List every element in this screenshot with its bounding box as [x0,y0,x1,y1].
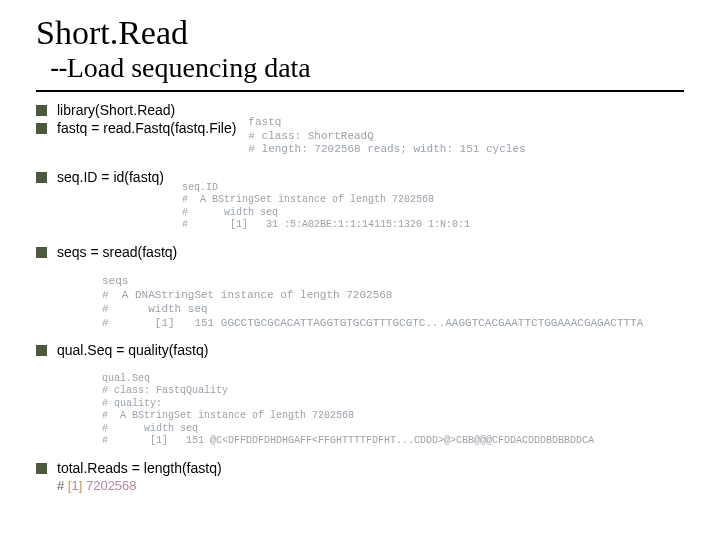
bullet-item-seqs: seqs = sread(fastq) [36,244,684,260]
square-bullet-icon [36,463,47,474]
code-text: seqs = sread(fastq) [57,244,177,260]
subtitle-dashes: -- [50,52,67,83]
slide-subtitle: --Load sequencing data [50,53,684,84]
slide-body: library(Short.Read) fastq = read.Fastq(f… [36,102,684,495]
code-text: qual.Seq = quality(fastq) [57,342,208,358]
square-bullet-icon [36,105,47,116]
console-output-qualseq: qual.Seq # class: FastqQuality # quality… [102,360,684,448]
code-text: seq.ID = id(fastq) [57,169,164,185]
bullet-item-read-fastq: fastq = read.Fastq(fastq.File) [36,120,236,136]
square-bullet-icon [36,172,47,183]
slide: Short.Read --Load sequencing data librar… [0,0,720,540]
console-output-seqs: seqs # A DNAStringSet instance of length… [102,262,684,331]
console-output-fastq: fastq # class: ShortReadQ # length: 7202… [248,102,525,157]
bullet-item-totalreads: total.Reads = length(fastq) [36,460,684,476]
square-bullet-icon [36,247,47,258]
square-bullet-icon [36,123,47,134]
title-rule [36,90,684,92]
console-output-seqid: seq.ID # A BStringSet instance of length… [182,169,470,232]
square-bullet-icon [36,345,47,356]
bullet-item-library: library(Short.Read) [36,102,236,118]
code-text: total.Reads = length(fastq) [57,460,222,476]
code-text: library(Short.Read) [57,102,175,118]
subtitle-text: Load sequencing data [67,52,311,83]
bullet-item-seqid: seq.ID = id(fastq) [36,169,164,185]
code-text: fastq = read.Fastq(fastq.File) [57,120,236,136]
bullet-item-qualseq: qual.Seq = quality(fastq) [36,342,684,358]
console-output-total: # [1] 7202568 [57,478,684,495]
slide-title: Short.Read [36,14,684,51]
